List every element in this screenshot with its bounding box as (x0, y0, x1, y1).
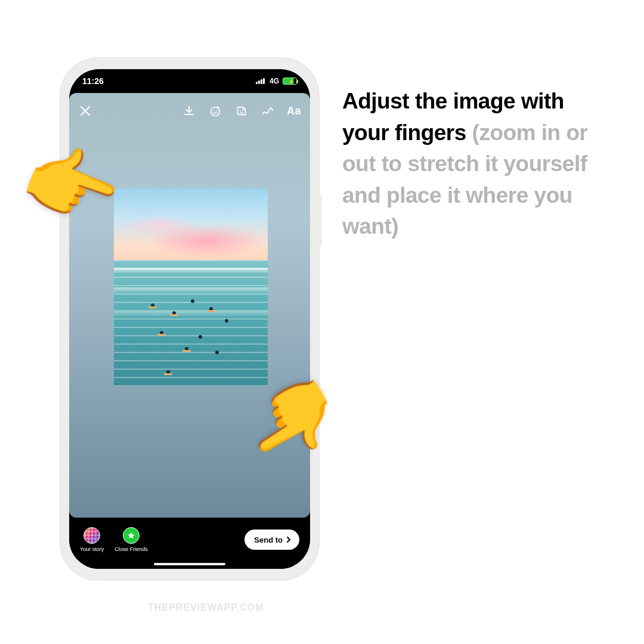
battery-icon: ⚡ (283, 78, 297, 85)
send-to-label: Send to (254, 535, 283, 544)
status-right: 4G ⚡ (256, 77, 297, 85)
watermark: THEPREVIEWAPP.COM (148, 602, 264, 613)
draw-icon[interactable] (261, 104, 274, 117)
close-friends-label: Close Friends (114, 546, 148, 552)
story-bottom-bar: Your story Close Friends Send to (69, 518, 310, 569)
svg-point-2 (216, 110, 217, 112)
your-story-label: Your story (80, 546, 104, 552)
home-indicator (154, 563, 225, 565)
close-friends-button[interactable]: Close Friends (114, 527, 148, 552)
close-friends-icon (123, 527, 140, 544)
sticker-icon[interactable] (235, 104, 248, 117)
signal-icon (256, 78, 265, 84)
phone-side-button (317, 194, 322, 247)
phone-frame: 11:26 4G ⚡ (60, 57, 320, 581)
text-tool[interactable]: Aa (287, 104, 301, 117)
story-inserted-image[interactable] (114, 188, 268, 386)
chevron-right-icon (285, 536, 292, 543)
phone-notch (134, 69, 245, 87)
status-time: 11:26 (82, 76, 104, 86)
send-to-button[interactable]: Send to (244, 530, 299, 550)
story-toolbar: Aa (69, 99, 310, 123)
effects-icon[interactable] (209, 104, 222, 117)
your-story-button[interactable]: Your story (80, 527, 104, 552)
svg-point-3 (240, 110, 241, 112)
svg-point-4 (242, 110, 243, 112)
download-icon[interactable] (182, 104, 196, 117)
phone-screen: 11:26 4G ⚡ (69, 69, 310, 569)
network-label: 4G (270, 77, 279, 85)
instruction-text: Adjust the image with your fingers (zoom… (342, 86, 593, 243)
svg-point-1 (213, 110, 215, 112)
close-button[interactable] (79, 104, 92, 117)
your-story-icon (83, 527, 100, 544)
